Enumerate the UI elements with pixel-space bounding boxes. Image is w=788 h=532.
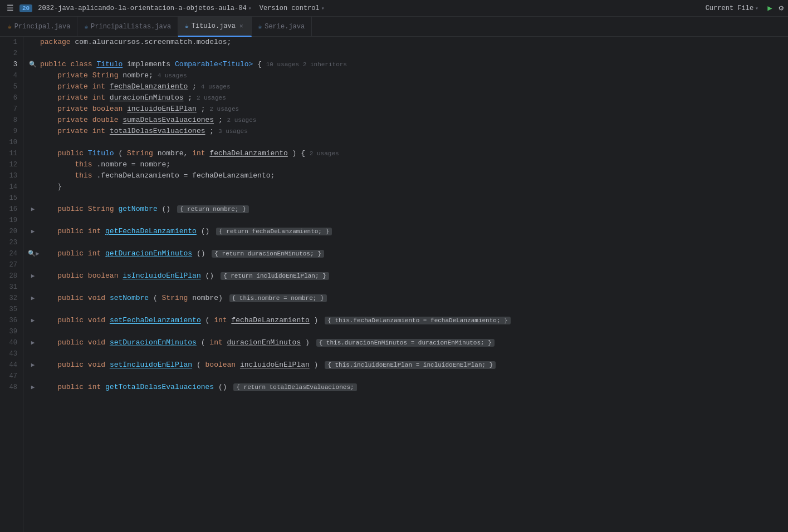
kw-public-40: public: [57, 338, 84, 347]
code-text-10: [38, 137, 788, 148]
param-nombre: nombre,: [158, 149, 188, 157]
line-43: 43: [6, 348, 17, 359]
pkg-name: com.aluracursos.screenmatch.modelos;: [75, 38, 231, 46]
code-line-40: ▶ public void setDuracionEnMinutos ( int…: [28, 337, 788, 348]
line-40: 40: [6, 337, 17, 348]
code-line-1: package com.aluracursos.screenmatch.mode…: [28, 37, 788, 48]
type-void-44: void: [88, 361, 105, 369]
gutter-36: ▶: [28, 315, 38, 326]
param-fecha: fechaDeLanzamiento: [209, 149, 287, 157]
line-7: 7: [6, 104, 17, 115]
suma-field: sumaDeLasEvaluaciones: [123, 116, 214, 124]
version-control-menu[interactable]: Version control ▾: [257, 3, 327, 13]
collapse-arrow-20[interactable]: ▶: [31, 228, 35, 235]
line-8: 8: [6, 115, 17, 126]
kw-public-20: public: [57, 227, 84, 235]
tab-PrincipalListas[interactable]: ☕ PrincipalListas.java: [77, 17, 178, 37]
collapse-arrow-40[interactable]: ▶: [31, 339, 35, 346]
type-int-11: int: [192, 149, 205, 157]
collapsed-setFecha[interactable]: { this.fechaDeLanzamiento = fechaDeLanza…: [325, 317, 510, 324]
incluido-field: incluidoEnElPlan: [127, 105, 197, 113]
code-line-27: [28, 259, 788, 270]
collapsed-isIncluido[interactable]: { return incluidoEnElPlan; }: [221, 272, 329, 280]
duracion-hint: 2 usages: [197, 95, 226, 101]
collapse-arrow-44[interactable]: ▶: [31, 362, 35, 368]
line-47: 47: [6, 371, 17, 382]
lens-icon-3[interactable]: 🔍: [28, 59, 38, 70]
gutter-44: ▶: [28, 359, 38, 371]
tab-label-Principal: Principal.java: [14, 23, 71, 31]
code-text-4: private String nombre; 4 usages: [38, 70, 788, 81]
version-control-chevron-icon: ▾: [321, 5, 325, 12]
code-text-11: public Titulo ( String nombre, int fecha…: [38, 148, 788, 159]
line-10: 10: [6, 137, 17, 148]
fecha-field: fechaDeLanzamiento: [110, 82, 188, 91]
type-int-5: int: [92, 82, 105, 91]
code-text-47: [38, 371, 788, 382]
class-titulo: Titulo: [96, 60, 123, 68]
comparable-type: Comparable<Titulo>: [175, 60, 253, 68]
line-48: 48: [6, 382, 17, 393]
lens-icon-24[interactable]: 🔍: [28, 248, 36, 259]
current-file-menu[interactable]: Current File ▾: [703, 3, 761, 13]
code-editor[interactable]: package com.aluracursos.screenmatch.mode…: [23, 37, 788, 532]
line-4: 4: [6, 70, 17, 81]
code-text-23: [38, 237, 788, 248]
settings-button[interactable]: ⚙: [779, 3, 784, 13]
line-13: 13: [6, 170, 17, 181]
code-text-32: public void setNombre ( String nombre) {…: [38, 293, 788, 304]
collapsed-getTotal[interactable]: { return totalDelasEvaluaciones;: [233, 383, 356, 391]
run-button[interactable]: ▶: [767, 3, 772, 13]
collapse-arrow-48[interactable]: ▶: [31, 384, 35, 391]
param-type-fecha: int: [214, 316, 227, 324]
hamburger-menu[interactable]: ☰: [4, 2, 16, 14]
project-name-menu[interactable]: 2032-java-aplicando-la-orientacion-a-obj…: [36, 3, 254, 13]
collapsed-setIncluido[interactable]: { this.incluidoEnElPlan = incluidoEnElPl…: [325, 361, 496, 369]
method-isIncluido: isIncluidoEnElPlan: [123, 272, 200, 280]
kw-public-3: public: [40, 60, 71, 68]
collapsed-setDuracion[interactable]: { this.duracionEnMinutos = duracionEnMin…: [316, 339, 495, 347]
method-getFecha: getFechaDeLanzamiento: [105, 227, 197, 235]
tab-Serie[interactable]: ☕ Serie.java: [252, 17, 312, 37]
tab-icon-Serie: ☕: [258, 23, 262, 30]
constructor-hint: 2 usages: [310, 150, 339, 157]
code-text-8: private double sumaDeLasEvaluaciones ; 2…: [38, 115, 788, 126]
code-line-2: [28, 48, 788, 59]
type-String-4: String: [92, 71, 119, 80]
suma-hint: 2 usages: [227, 117, 257, 124]
code-text-1: package com.aluracursos.screenmatch.mode…: [38, 37, 788, 48]
code-text-5: private int fechaDeLanzamiento ; 4 usage…: [38, 81, 788, 92]
tab-close-Titulo[interactable]: ✕: [238, 22, 244, 30]
tabs-bar: ☕ Principal.java ☕ PrincipalListas.java …: [0, 17, 788, 37]
collapsed-getFecha[interactable]: { return fechaDeLanzamiento; }: [216, 228, 332, 235]
gutter-16: ▶: [28, 204, 38, 215]
code-line-12: this .nombre = nombre;: [28, 159, 788, 170]
code-line-5: private int fechaDeLanzamiento ; 4 usage…: [28, 81, 788, 92]
tab-Principal[interactable]: ☕ Principal.java: [1, 17, 77, 37]
collapse-arrow-36[interactable]: ▶: [31, 317, 35, 324]
fecha-semi: ;: [192, 82, 197, 91]
type-void-40: void: [88, 338, 105, 347]
code-line-8: private double sumaDeLasEvaluaciones ; 2…: [28, 115, 788, 126]
collapsed-setNombre[interactable]: { this.nombre = nombre; }: [229, 294, 327, 302]
code-text-48: public int getTotalDelasEvaluaciones () …: [38, 382, 788, 393]
collapse-arrow-28[interactable]: ▶: [31, 273, 35, 279]
code-text-19: [38, 215, 788, 226]
code-line-48: ▶ public int getTotalDelasEvaluaciones (…: [28, 382, 788, 393]
code-text-6: private int duracionEnMinutos ; 2 usages: [38, 92, 788, 104]
code-text-2: [38, 48, 788, 59]
tab-Titulo[interactable]: ☕ Titulo.java ✕: [178, 17, 251, 37]
kw-package: package: [40, 38, 71, 46]
code-text-28: public boolean isIncluidoEnElPlan () { r…: [38, 270, 788, 282]
type-String-16: String: [88, 205, 114, 213]
collapse-arrow-16[interactable]: ▶: [31, 206, 35, 213]
code-text-13: this .fechaDeLanzamiento = fechaDeLanzam…: [38, 170, 788, 181]
collapsed-getNombre[interactable]: { return nombre; }: [177, 205, 249, 213]
code-line-9: private int totalDelasEvaluaciones ; 3 u…: [28, 126, 788, 137]
collapsed-getDuracion[interactable]: { return duracionEnMinutos; }: [212, 250, 324, 258]
nombre-field: nombre;: [123, 71, 153, 80]
code-line-7: private boolean incluidoEnElPlan ; 2 usa…: [28, 104, 788, 115]
collapse-arrow-32[interactable]: ▶: [31, 295, 35, 302]
code-line-15: [28, 193, 788, 204]
open-brace-3: {: [257, 60, 262, 68]
